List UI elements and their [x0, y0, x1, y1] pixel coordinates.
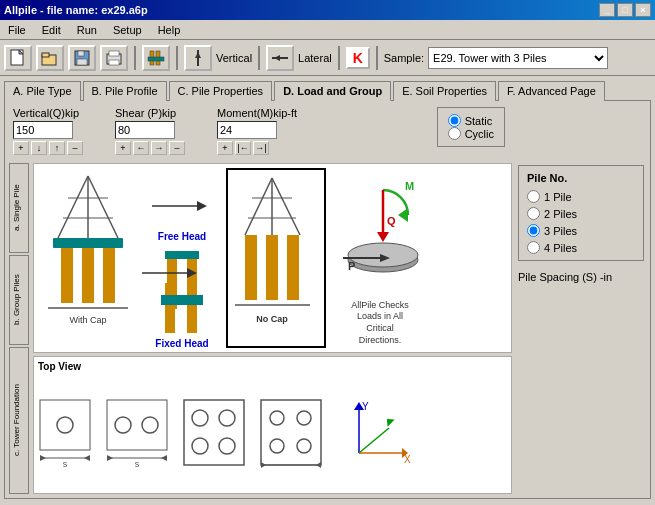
print-button[interactable]: [100, 45, 128, 71]
menu-edit[interactable]: Edit: [38, 22, 65, 38]
shear-load-input[interactable]: [115, 121, 175, 139]
m-right-btn[interactable]: →|: [253, 141, 269, 155]
diagram-panels: With Cap Free Head: [33, 163, 512, 494]
svg-rect-2: [42, 53, 49, 57]
minimize-button[interactable]: _: [599, 3, 615, 17]
window-controls[interactable]: _ □ ×: [599, 3, 651, 17]
no-cap-diagram[interactable]: No Cap: [226, 168, 326, 348]
pile-3-option[interactable]: 3 Piles: [527, 224, 635, 237]
pile-type-button[interactable]: [142, 45, 170, 71]
svg-text:No Cap: No Cap: [256, 314, 288, 324]
svg-rect-75: [261, 400, 321, 465]
top-view-1pile: s: [38, 398, 93, 468]
svg-rect-23: [82, 248, 94, 303]
s-plus-btn[interactable]: +: [115, 141, 131, 155]
svg-point-64: [115, 417, 131, 433]
pile-no-group: Pile No. 1 Pile 2 Piles 3 Piles 4 Piles: [518, 165, 644, 261]
svg-rect-11: [148, 57, 164, 61]
svg-text:P: P: [348, 260, 355, 272]
pile-3-label: 3 Piles: [544, 225, 577, 237]
s-left-btn[interactable]: ←: [133, 141, 149, 155]
pile-2-radio[interactable]: [527, 207, 540, 220]
v-up2-btn[interactable]: ↑: [49, 141, 65, 155]
vertical-load-label: Vertical(Q)kip: [13, 107, 83, 119]
svg-point-79: [297, 439, 311, 453]
with-cap-diagram[interactable]: With Cap: [38, 168, 138, 348]
pile-2-label: 2 Piles: [544, 208, 577, 220]
k-button[interactable]: K: [346, 47, 370, 69]
svg-text:With Cap: With Cap: [69, 315, 106, 325]
new-button[interactable]: [4, 45, 32, 71]
pile-4-radio[interactable]: [527, 241, 540, 254]
tab-e[interactable]: E. Soil Properties: [393, 81, 496, 101]
lateral-icon[interactable]: [266, 45, 294, 71]
sample-dropdown[interactable]: E29. Tower with 3 Piles: [428, 47, 608, 69]
cyclic-radio[interactable]: [448, 127, 461, 140]
svg-line-38: [272, 178, 300, 235]
tab-c[interactable]: C. Pile Properties: [169, 81, 273, 101]
m-left-btn[interactable]: |←: [235, 141, 251, 155]
vertical-label: Vertical: [216, 52, 252, 64]
v-down-btn[interactable]: ↓: [31, 141, 47, 155]
left-sidebar: a. Single Pile b. Group Piles c. Tower F…: [9, 163, 29, 494]
free-fixed-head-diagram: Free Head: [142, 168, 222, 348]
vertical-load-input[interactable]: [13, 121, 73, 139]
m-plus-btn[interactable]: +: [217, 141, 233, 155]
svg-marker-68: [161, 455, 167, 461]
svg-text:s: s: [135, 459, 140, 468]
separator-4: [338, 46, 340, 70]
tab-b[interactable]: B. Pile Profile: [83, 81, 167, 101]
pile-3-radio[interactable]: [527, 224, 540, 237]
s-right-btn[interactable]: →: [151, 141, 167, 155]
menu-run[interactable]: Run: [73, 22, 101, 38]
pile-1-radio[interactable]: [527, 190, 540, 203]
svg-text:X: X: [404, 454, 411, 465]
static-option[interactable]: Static: [448, 114, 494, 127]
coordinate-axes: Y X: [344, 398, 414, 468]
svg-text:Y: Y: [362, 401, 369, 412]
svg-marker-67: [107, 455, 113, 461]
svg-line-17: [88, 176, 118, 238]
svg-rect-35: [187, 283, 197, 333]
svg-point-72: [219, 410, 235, 426]
moment-load-label: Moment(M)kip-ft: [217, 107, 297, 119]
upper-diagram-panel: With Cap Free Head: [33, 163, 512, 353]
svg-text:s: s: [63, 459, 68, 468]
svg-text:M: M: [405, 180, 414, 192]
moment-load-input[interactable]: [217, 121, 277, 139]
s-minus-btn[interactable]: –: [169, 141, 185, 155]
shear-load-label: Shear (P)kip: [115, 107, 185, 119]
tab-d[interactable]: D. Load and Group: [274, 81, 391, 101]
static-radio[interactable]: [448, 114, 461, 127]
tab-f[interactable]: F. Advanced Page: [498, 81, 605, 101]
svg-rect-36: [161, 295, 203, 305]
svg-rect-5: [77, 59, 87, 65]
close-button[interactable]: ×: [635, 3, 651, 17]
menu-setup[interactable]: Setup: [109, 22, 146, 38]
svg-rect-22: [61, 248, 73, 303]
right-panel: Pile No. 1 Pile 2 Piles 3 Piles 4 Piles: [516, 163, 646, 494]
open-button[interactable]: [36, 45, 64, 71]
cyclic-option[interactable]: Cyclic: [448, 127, 494, 140]
tab-a[interactable]: A. Pile Type: [4, 81, 81, 101]
cyclic-label: Cyclic: [465, 128, 494, 140]
svg-rect-34: [165, 283, 175, 333]
svg-rect-21: [53, 238, 123, 248]
save-button[interactable]: [68, 45, 96, 71]
menu-help[interactable]: Help: [154, 22, 185, 38]
pile-4-option[interactable]: 4 Piles: [527, 241, 635, 254]
v-minus-btn[interactable]: –: [67, 141, 83, 155]
static-label: Static: [465, 115, 493, 127]
pile-1-label: 1 Pile: [544, 191, 572, 203]
vertical-icon[interactable]: [184, 45, 212, 71]
menu-file[interactable]: File: [4, 22, 30, 38]
svg-point-77: [297, 411, 311, 425]
v-up-btn[interactable]: +: [13, 141, 29, 155]
pile-1-option[interactable]: 1 Pile: [527, 190, 635, 203]
svg-line-16: [58, 176, 88, 238]
maximize-button[interactable]: □: [617, 3, 633, 17]
top-view-2pile: s: [105, 398, 170, 468]
svg-marker-91: [383, 415, 394, 426]
fixed-head-label: Fixed Head: [155, 338, 208, 349]
pile-2-option[interactable]: 2 Piles: [527, 207, 635, 220]
